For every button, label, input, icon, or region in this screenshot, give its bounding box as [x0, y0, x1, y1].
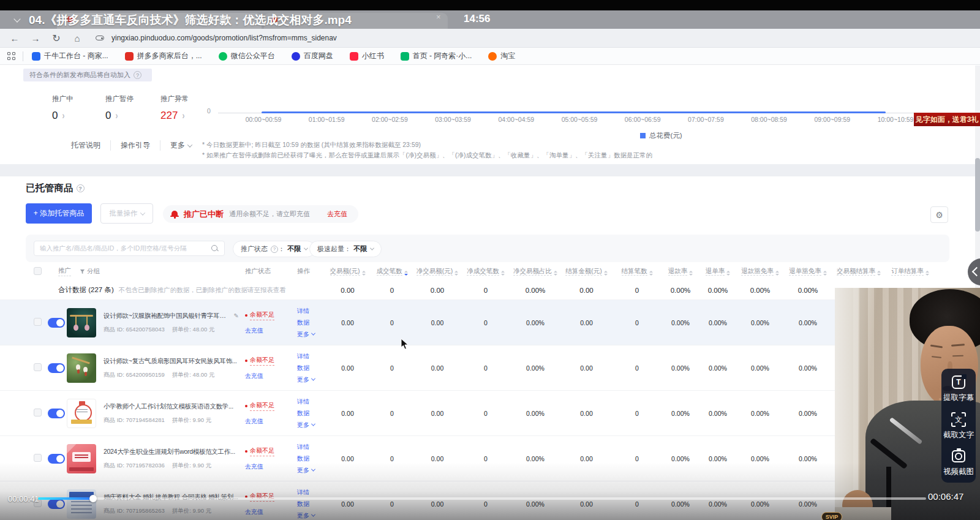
detail-link[interactable]: 详情	[297, 350, 309, 362]
recharge-link[interactable]: 去充值	[245, 508, 293, 516]
data-link[interactable]: 数据	[297, 317, 309, 328]
table-column-header[interactable]: 净交易额占比	[510, 267, 560, 276]
table-row[interactable]: 设计师款~复古气质扇形国风耳环女民族风耳饰...✎ 商品 ID: 6542009…	[0, 345, 980, 391]
table-row[interactable]: 2024大学生职业生涯规划书word模板范文工作...✎ 商品 ID: 7071…	[0, 436, 980, 481]
product-title[interactable]: 设计师款~复古气质扇形国风耳环女民族风耳饰...✎	[104, 357, 237, 366]
promotion-toggle[interactable]	[48, 499, 65, 509]
stat-abnormal[interactable]: 推广异常 227›	[160, 94, 189, 122]
recharge-link[interactable]: 去充值	[327, 209, 347, 219]
table-cell-value: 0.00%	[784, 410, 832, 417]
filter-promotion-status[interactable]: 推广状态?： 不限	[233, 241, 315, 257]
bookmark-item[interactable]: 微信公众平台	[219, 51, 275, 61]
table-column-header[interactable]: 退单率	[699, 267, 736, 276]
link-more[interactable]: 更多	[160, 140, 202, 151]
product-title[interactable]: 设计师款~汉服旗袍配饰中国风银针青字耳坠镶...✎	[104, 312, 239, 320]
link-operation-guide[interactable]: 操作引导	[110, 140, 160, 151]
table-column-header[interactable]: 结算金额(元)	[560, 267, 612, 276]
table-column-header[interactable]: 成交笔数	[371, 267, 413, 276]
row-checkbox[interactable]	[34, 318, 42, 326]
home-icon[interactable]: ⌂	[71, 33, 83, 43]
apps-grid-icon[interactable]	[7, 52, 15, 60]
select-all-checkbox[interactable]	[34, 267, 42, 275]
detail-link[interactable]: 详情	[297, 305, 309, 317]
data-link[interactable]: 数据	[297, 453, 309, 464]
more-link[interactable]: 更多	[297, 419, 315, 431]
data-link[interactable]: 数据	[297, 407, 309, 419]
table-column-header[interactable]: 净交易额(元)	[413, 267, 461, 276]
reload-icon[interactable]: ↻	[50, 32, 62, 44]
more-link[interactable]: 更多	[297, 328, 315, 340]
recharge-link[interactable]: 去充值	[245, 326, 293, 335]
search-input[interactable]: 输入推广名/商品名/商品ID，多个ID用空格/逗号分隔	[34, 241, 225, 256]
filter-speed-boost[interactable]: 极速起量： 不限	[309, 241, 382, 257]
chart-legend[interactable]: 总花费(元)	[640, 131, 682, 140]
table-column-header[interactable]: 净成交笔数	[461, 267, 510, 276]
row-checkbox[interactable]	[34, 454, 42, 462]
bookmark-item[interactable]: 拼多多商家后台，...	[125, 51, 202, 61]
stat-paused[interactable]: 推广暂停 0›	[105, 94, 134, 122]
col-group-filter[interactable]: 分组	[80, 267, 100, 276]
table-cell-value: 0.00%	[699, 364, 736, 372]
product-image	[67, 308, 96, 337]
help-icon[interactable]: ?	[77, 184, 85, 192]
recharge-link[interactable]: 去充值	[245, 372, 293, 380]
row-checkbox[interactable]	[34, 363, 42, 371]
col-promotion[interactable]: 推广	[58, 266, 71, 276]
detail-link[interactable]: 详情	[297, 441, 309, 453]
table-column-header[interactable]: 结算笔数	[612, 267, 662, 276]
promotion-toggle[interactable]	[48, 363, 65, 373]
promotion-toggle[interactable]	[48, 409, 65, 418]
product-title[interactable]: 小学教师个人工作计划范文模板英语语文数学...✎	[104, 402, 233, 411]
stat-promoting[interactable]: 推广中 0›	[52, 94, 74, 122]
extract-subtitles-button[interactable]: 提取字幕	[943, 375, 974, 403]
table-cell-value: 0.00%	[510, 500, 560, 508]
bookmark-item[interactable]: 首页 - 阿奇索·小...	[401, 51, 472, 61]
promo-banner[interactable]: 见字如面，送君3礼	[914, 113, 980, 126]
recharge-link[interactable]: 去充值	[245, 417, 293, 426]
table-cell-value: 0.00%	[784, 455, 832, 462]
table-cell-value: 0.00	[325, 319, 371, 326]
chevron-right-icon: ›	[115, 110, 118, 121]
bookmark-item[interactable]: 淘宝	[488, 51, 515, 61]
table-settings-button[interactable]: ⚙	[930, 206, 948, 223]
table-row[interactable]: 设计师款~汉服旗袍配饰中国风银针青字耳坠镶...✎ 商品 ID: 6542007…	[0, 300, 980, 345]
site-info-icon[interactable]	[93, 34, 107, 42]
bookmark-item[interactable]: 千牛工作台 - 商家...	[32, 51, 108, 61]
edit-pencil-icon[interactable]: ✎	[234, 312, 239, 319]
more-link[interactable]: 更多	[297, 374, 315, 385]
table-column-header[interactable]: 退单豁免率	[784, 267, 832, 276]
more-link[interactable]: 更多	[297, 464, 315, 476]
link-manage-help[interactable]: 托管说明	[61, 140, 110, 151]
row-checkbox[interactable]	[34, 409, 42, 416]
table-column-header[interactable]: 交易额结算率	[832, 267, 886, 276]
table-cell-value: 0.00%	[510, 410, 560, 417]
scrollbar-thumb[interactable]	[975, 158, 980, 232]
promotion-interrupted-alert: 推广已中断 通用余额不足，请立即充值 去充值	[163, 205, 358, 223]
table-row[interactable]: 小学教师个人工作计划范文模板英语语文数学...✎ 商品 ID: 70719458…	[0, 391, 980, 436]
table-column-header[interactable]: 退款率	[662, 267, 699, 276]
table-column-header[interactable]: 退款豁免率	[736, 267, 784, 276]
detail-link[interactable]: 详情	[297, 486, 309, 498]
batch-operation-button[interactable]: 批量操作	[100, 203, 153, 224]
data-link[interactable]: 数据	[297, 362, 309, 374]
progress-bar-track[interactable]	[38, 497, 926, 500]
promotion-toggle[interactable]	[48, 454, 65, 464]
table-column-header[interactable]: 交易额(元)	[325, 267, 371, 276]
help-icon[interactable]: ?	[134, 71, 141, 79]
back-icon[interactable]: ←	[9, 33, 21, 43]
address-url[interactable]: yingxiao.pinduoduo.com/goods/promotion/l…	[111, 34, 337, 42]
recharge-link[interactable]: 去充值	[245, 462, 293, 471]
bookmark-item[interactable]: 小红书	[350, 51, 384, 61]
product-title[interactable]: 2024大学生职业生涯规划书word模板范文工作...✎	[104, 448, 235, 456]
video-screenshot-button[interactable]: 视频截图	[943, 449, 974, 477]
table-column-header[interactable]: 订单结算率	[886, 267, 935, 276]
more-link[interactable]: 更多	[297, 510, 315, 520]
add-managed-goods-button[interactable]: + 添加托管商品	[26, 203, 92, 224]
sort-icon	[649, 271, 653, 276]
bookmark-item[interactable]: 百度网盘	[292, 51, 333, 61]
promotion-toggle[interactable]	[48, 318, 65, 328]
forward-icon[interactable]: →	[29, 33, 42, 43]
capture-text-button[interactable]: 文 截取文字	[943, 412, 974, 440]
detail-link[interactable]: 详情	[297, 396, 309, 407]
progress-bar-knob[interactable]	[89, 495, 97, 502]
